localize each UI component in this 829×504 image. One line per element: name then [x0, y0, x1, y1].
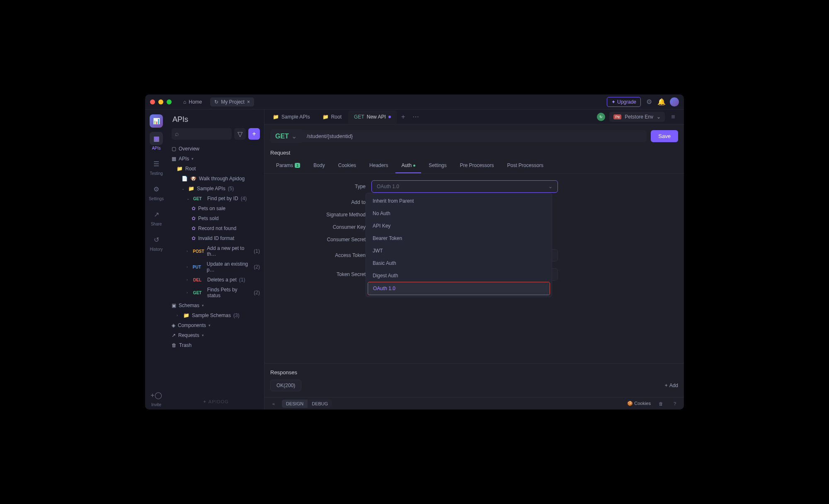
- tree-schemas[interactable]: ▣Schemas▾: [167, 300, 264, 310]
- avatar[interactable]: [670, 97, 679, 107]
- tab-post-processors[interactable]: Post Processors: [502, 159, 549, 173]
- apis-node-icon: ▦: [172, 156, 176, 162]
- sig-method-label: Signature Method: [270, 212, 366, 218]
- help-icon[interactable]: ?: [671, 401, 679, 406]
- app-window: ⌂ Home ↻ My Project × ✦ Upgrade ⚙ 🔔 📊 ▦ …: [145, 94, 684, 410]
- tree-sample-apis[interactable]: ⌄📁Sample APIs(5): [167, 184, 264, 194]
- search-input[interactable]: ⌕: [172, 128, 232, 140]
- tree-ex-sale[interactable]: ✿Pets on sale: [167, 204, 264, 213]
- tree-ex-sold[interactable]: ✿Pets sold: [167, 213, 264, 223]
- chevron-right-icon: ›: [187, 278, 191, 282]
- add-tab-button[interactable]: +: [398, 113, 409, 121]
- upgrade-button[interactable]: ✦ Upgrade: [607, 97, 641, 107]
- tree-find-status[interactable]: ›GETFinds Pets by status(2): [167, 285, 264, 300]
- tree-delete-pet[interactable]: ›DELDeletes a pet(1): [167, 275, 264, 285]
- tab-root[interactable]: 📁Root: [317, 110, 347, 124]
- method-label: GET: [275, 133, 289, 140]
- responses-section: Responses OK(200) +Add: [264, 363, 684, 397]
- tree-walkthrough[interactable]: 📄🐶Walk through Apidog: [167, 174, 264, 184]
- tab-pre-processors[interactable]: Pre Processors: [454, 159, 499, 173]
- tab-new-api[interactable]: GETNew API: [348, 110, 397, 124]
- rail-apis-label: APIs: [152, 146, 160, 150]
- rail-testing[interactable]: ☰ Testing: [150, 155, 163, 178]
- auth-indicator: [413, 165, 415, 167]
- mode-debug[interactable]: DEBUG: [308, 400, 332, 408]
- rail-share[interactable]: ↗ Share: [150, 205, 163, 229]
- app-logo: 📊: [150, 114, 163, 128]
- tree-sample-schemas[interactable]: ›📁Sample Schemas(3): [167, 310, 264, 320]
- trash-icon[interactable]: 🗑: [657, 401, 665, 406]
- rail-settings-label: Settings: [149, 196, 164, 201]
- tab-auth[interactable]: Auth: [395, 159, 421, 173]
- dd-inherit[interactable]: Inherit from Parent: [368, 195, 550, 207]
- sparkle-icon: ✦: [611, 99, 616, 105]
- url-bar: GET ⌄ /student/{studentid} Save: [264, 124, 684, 148]
- filter-button[interactable]: ▽: [234, 128, 246, 140]
- tree-root[interactable]: 📁Root: [167, 164, 264, 174]
- rail-history[interactable]: ↺ History: [150, 230, 163, 254]
- env-name: Petstore Env: [625, 114, 653, 120]
- chevron-down-icon: ⌄: [548, 184, 553, 189]
- tab-overflow[interactable]: ⋯: [410, 113, 422, 121]
- type-label: Type: [270, 184, 366, 189]
- rail-settings[interactable]: ⚙ Settings: [149, 180, 164, 204]
- tree-find-pet[interactable]: ⌄GETFind pet by ID(4): [167, 194, 264, 204]
- collapse-icon[interactable]: «: [269, 401, 278, 406]
- tab-cookies[interactable]: Cookies: [332, 159, 362, 173]
- url-input[interactable]: /student/{studentid}: [302, 130, 647, 142]
- rail-apis[interactable]: ▦ APIs: [150, 129, 163, 153]
- add-button[interactable]: +: [248, 128, 260, 140]
- rail-invite[interactable]: +◯ Invite: [150, 386, 163, 410]
- tab-body[interactable]: Body: [308, 159, 330, 173]
- tab-sample-apis[interactable]: 📁Sample APIs: [267, 110, 316, 124]
- close-window[interactable]: [150, 99, 155, 104]
- response-ok[interactable]: OK(200): [270, 380, 301, 391]
- chevron-down-icon: ⌄: [657, 114, 661, 120]
- dd-noauth[interactable]: No Auth: [368, 207, 550, 220]
- tree-apis[interactable]: ▦APIs▾: [167, 154, 264, 164]
- env-refresh[interactable]: ↻: [597, 113, 605, 121]
- rail-share-label: Share: [151, 222, 162, 226]
- close-icon[interactable]: ×: [247, 99, 250, 105]
- token-secret-label: Token Secret: [270, 271, 366, 277]
- tab-params[interactable]: Params1: [270, 159, 306, 173]
- bell-icon[interactable]: 🔔: [657, 98, 666, 106]
- cookies-button[interactable]: 🍪 Cookies: [627, 401, 651, 406]
- tree-overview[interactable]: ▢Overview: [167, 144, 264, 154]
- dd-digest[interactable]: Digest Auth: [368, 269, 550, 282]
- chevron-down-icon: ⌄: [182, 187, 186, 191]
- gear-icon[interactable]: ⚙: [645, 98, 653, 106]
- dd-jwt[interactable]: JWT: [368, 245, 550, 257]
- tree-requests[interactable]: ↗Requests▾: [167, 330, 264, 340]
- search-icon: ⌕: [175, 130, 179, 138]
- tab-settings[interactable]: Settings: [423, 159, 452, 173]
- auth-type-select[interactable]: OAuth 1.0 ⌄: [371, 180, 558, 193]
- request-tabs: Params1 Body Cookies Headers Auth Settin…: [264, 159, 684, 174]
- home-button[interactable]: ⌂ Home: [183, 99, 202, 105]
- save-button[interactable]: Save: [651, 130, 678, 142]
- mode-design[interactable]: DESIGN: [282, 400, 308, 408]
- tree-trash[interactable]: 🗑Trash: [167, 340, 264, 350]
- tree-ex-notfound[interactable]: ✿Record not found: [167, 223, 264, 233]
- project-tag[interactable]: ↻ My Project ×: [210, 97, 254, 107]
- api-tree: ▢Overview ▦APIs▾ 📁Root 📄🐶Walk through Ap…: [167, 144, 264, 394]
- tree-components[interactable]: ◈Components▾: [167, 320, 264, 330]
- rail-testing-label: Testing: [150, 171, 163, 176]
- tree-ex-invalid[interactable]: ✿Invalid ID format: [167, 233, 264, 243]
- add-response[interactable]: +Add: [665, 383, 678, 388]
- titlebar: ⌂ Home ↻ My Project × ✦ Upgrade ⚙ 🔔: [145, 94, 684, 109]
- dd-apikey[interactable]: API Key: [368, 220, 550, 232]
- minimize-window[interactable]: [158, 99, 163, 104]
- dd-basic[interactable]: Basic Auth: [368, 257, 550, 269]
- bottom-bar: « DESIGN DEBUG 🍪 Cookies 🗑 ?: [264, 397, 684, 410]
- maximize-window[interactable]: [167, 99, 172, 104]
- dd-oauth1[interactable]: OAuth 1.0: [368, 282, 550, 295]
- dd-bearer[interactable]: Bearer Token: [368, 232, 550, 245]
- tree-add-pet[interactable]: ›POSTAdd a new pet to th…(1): [167, 243, 264, 259]
- method-selector[interactable]: GET ⌄: [270, 129, 302, 143]
- env-selector[interactable]: Pe Petstore Env ⌄: [609, 112, 665, 122]
- menu-icon[interactable]: ≡: [669, 113, 677, 121]
- tree-update-pet[interactable]: ›PUTUpdate an existing p…(2): [167, 259, 264, 275]
- tab-headers[interactable]: Headers: [364, 159, 394, 173]
- auth-type-value: OAuth 1.0: [377, 184, 399, 189]
